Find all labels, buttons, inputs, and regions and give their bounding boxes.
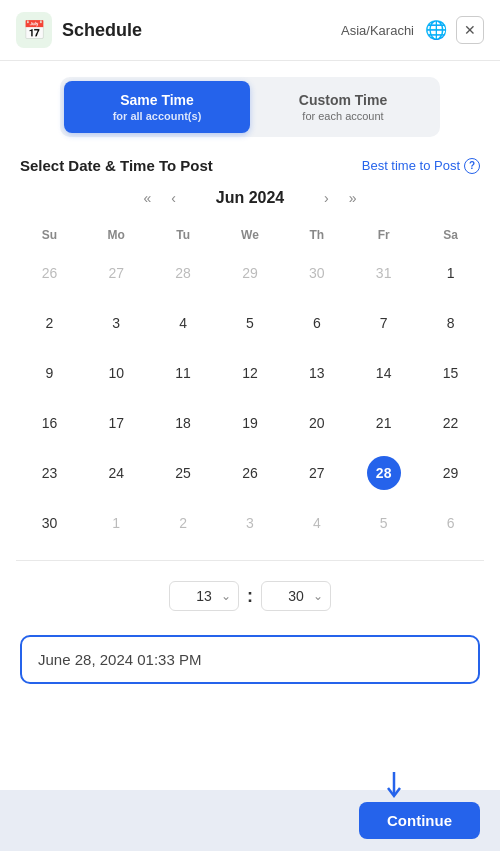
table-row[interactable]: 26 (16, 248, 83, 298)
table-row[interactable]: 9 (16, 348, 83, 398)
calendar-week-row: 2345678 (16, 298, 484, 348)
header: 📅 Schedule Asia/Karachi 🌐 ✕ (0, 0, 500, 61)
calendar-table: SuMoTuWeThFrSa 2627282930311234567891011… (16, 222, 484, 548)
table-row[interactable]: 22 (417, 398, 484, 448)
table-row[interactable]: 30 (283, 248, 350, 298)
table-row[interactable]: 25 (150, 448, 217, 498)
calendar-day-header: Tu (150, 222, 217, 248)
table-row[interactable]: 2 (16, 298, 83, 348)
calendar-divider (16, 560, 484, 561)
table-row[interactable]: 14 (350, 348, 417, 398)
table-row[interactable]: 21 (350, 398, 417, 448)
table-row[interactable]: 31 (350, 248, 417, 298)
table-row[interactable]: 15 (417, 348, 484, 398)
table-row[interactable]: 17 (83, 398, 150, 448)
custom-time-button[interactable]: Custom Time for each account (250, 81, 436, 133)
table-row[interactable]: 6 (417, 498, 484, 548)
time-picker: 0102030405060708091011121314151617181920… (0, 573, 500, 627)
globe-icon[interactable]: 🌐 (422, 16, 450, 44)
calendar-day-header: Mo (83, 222, 150, 248)
table-row[interactable]: 29 (217, 248, 284, 298)
calendar-day-header: We (217, 222, 284, 248)
table-row[interactable]: 18 (150, 398, 217, 448)
prev-prev-month-button[interactable]: « (138, 186, 158, 210)
prev-month-button[interactable]: ‹ (165, 186, 182, 210)
table-row[interactable]: 24 (83, 448, 150, 498)
calendar-nav: « ‹ Jun 2024 › » (16, 186, 484, 210)
table-row[interactable]: 5 (217, 298, 284, 348)
table-row[interactable]: 10 (83, 348, 150, 398)
table-row[interactable]: 1 (417, 248, 484, 298)
calendar-day-header: Th (283, 222, 350, 248)
table-row[interactable]: 3 (217, 498, 284, 548)
next-month-button[interactable]: › (318, 186, 335, 210)
table-row[interactable]: 27 (83, 248, 150, 298)
date-display-box: June 28, 2024 01:33 PM (20, 635, 480, 684)
table-row[interactable]: 26 (217, 448, 284, 498)
table-row[interactable]: 3 (83, 298, 150, 348)
table-row[interactable]: 20 (283, 398, 350, 448)
table-row[interactable]: 4 (150, 298, 217, 348)
table-row[interactable]: 1 (83, 498, 150, 548)
table-row[interactable]: 7 (350, 298, 417, 348)
continue-button[interactable]: Continue (359, 802, 480, 839)
table-row[interactable]: 29 (417, 448, 484, 498)
section-header: Select Date & Time To Post Best time to … (0, 153, 500, 186)
calendar-day-header: Su (16, 222, 83, 248)
table-row[interactable]: 28 (350, 448, 417, 498)
best-time-button[interactable]: Best time to Post ? (362, 158, 480, 174)
table-row[interactable]: 11 (150, 348, 217, 398)
minute-select[interactable]: 000510152025303540455055 (261, 581, 331, 611)
minute-select-wrapper: 000510152025303540455055 (261, 581, 331, 611)
next-next-month-button[interactable]: » (343, 186, 363, 210)
table-row[interactable]: 30 (16, 498, 83, 548)
table-row[interactable]: 23 (16, 448, 83, 498)
date-display-container: June 28, 2024 01:33 PM (0, 627, 500, 700)
table-row[interactable]: 28 (150, 248, 217, 298)
calendar-week-row: 23242526272829 (16, 448, 484, 498)
table-row[interactable]: 4 (283, 498, 350, 548)
month-year-label: Jun 2024 (190, 189, 310, 207)
calendar-day-header: Fr (350, 222, 417, 248)
table-row[interactable]: 27 (283, 448, 350, 498)
best-time-question-icon: ? (464, 158, 480, 174)
table-row[interactable]: 19 (217, 398, 284, 448)
calendar: « ‹ Jun 2024 › » SuMoTuWeThFrSa 26272829… (0, 186, 500, 548)
calendar-icon: 📅 (16, 12, 52, 48)
table-row[interactable]: 2 (150, 498, 217, 548)
calendar-week-row: 16171819202122 (16, 398, 484, 448)
calendar-week-row: 2627282930311 (16, 248, 484, 298)
table-row[interactable]: 6 (283, 298, 350, 348)
table-row[interactable]: 8 (417, 298, 484, 348)
time-colon: : (247, 586, 253, 607)
schedule-type-toggle: Same Time for all account(s) Custom Time… (60, 77, 440, 137)
calendar-week-row: 9101112131415 (16, 348, 484, 398)
toggle-container: Same Time for all account(s) Custom Time… (16, 77, 484, 137)
down-arrow-indicator (384, 772, 404, 806)
calendar-day-header: Sa (417, 222, 484, 248)
section-title: Select Date & Time To Post (20, 157, 213, 174)
header-title: Schedule (62, 20, 341, 41)
hour-select-wrapper: 0102030405060708091011121314151617181920… (169, 581, 239, 611)
timezone-label: Asia/Karachi (341, 23, 414, 38)
hour-select[interactable]: 0102030405060708091011121314151617181920… (169, 581, 239, 611)
app-container: 📅 Schedule Asia/Karachi 🌐 ✕ Same Time fo… (0, 0, 500, 851)
same-time-button[interactable]: Same Time for all account(s) (64, 81, 250, 133)
close-button[interactable]: ✕ (456, 16, 484, 44)
table-row[interactable]: 16 (16, 398, 83, 448)
calendar-week-row: 30123456 (16, 498, 484, 548)
table-row[interactable]: 12 (217, 348, 284, 398)
table-row[interactable]: 13 (283, 348, 350, 398)
footer: Continue (0, 790, 500, 851)
table-row[interactable]: 5 (350, 498, 417, 548)
